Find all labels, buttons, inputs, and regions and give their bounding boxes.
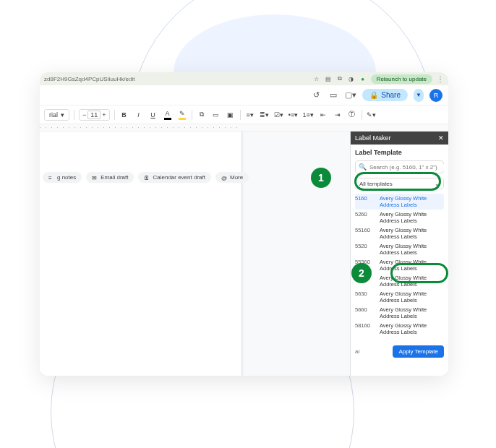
font-size-value[interactable]: 11 xyxy=(87,111,101,119)
checklist-icon[interactable]: ☑▾ xyxy=(274,109,284,121)
sidebar-titlebar: Label Maker ✕ xyxy=(351,132,448,145)
share-dropdown[interactable]: ▼ xyxy=(414,89,424,102)
chip-notes[interactable]: ≡g notes xyxy=(43,172,82,183)
link-icon[interactable]: ⧉ xyxy=(197,109,207,121)
image-icon[interactable]: ▣ xyxy=(226,109,236,121)
browser-chrome: zd8F2H9GsZqd4PCpUSIiuuHk/edit ☆ ▤ ⧉ ◑ ● … xyxy=(40,72,448,85)
template-name: Avery Glossy White Address Labels xyxy=(380,322,444,335)
template-code: 58160 xyxy=(355,322,375,329)
close-icon[interactable]: ✕ xyxy=(438,134,444,142)
font-name: rial xyxy=(49,111,58,119)
bulleted-list-icon[interactable]: •≡▾ xyxy=(288,109,299,121)
url-fragment: zd8F2H9GsZqd4PCpUSIiuuHk/edit xyxy=(44,76,309,82)
template-row[interactable]: 5160Avery Glossy White Address Labels xyxy=(355,194,444,210)
template-name: Avery Glossy White Address Labels xyxy=(380,195,444,208)
indent-increase-icon[interactable]: ⇥ xyxy=(333,109,343,121)
chip-label: Email draft xyxy=(101,174,128,181)
highlight-button[interactable]: ✎ xyxy=(177,109,187,121)
chip-label: More xyxy=(230,174,243,181)
template-row[interactable]: 55160Avery Glossy White Address Labels xyxy=(355,225,444,241)
separator xyxy=(192,110,192,120)
template-name: Avery Glossy White Address Labels xyxy=(380,275,444,288)
meet-icon[interactable]: ▢▾ xyxy=(345,90,356,101)
bold-button[interactable]: B xyxy=(119,109,129,121)
align-button[interactable]: ≡▾ xyxy=(245,109,255,121)
suggestion-chips: ≡g notes ✉Email draft 🗓Calendar event dr… xyxy=(40,172,249,183)
clear-format-icon[interactable]: Ⓣ xyxy=(347,109,357,121)
template-name: Avery Glossy White Address Labels xyxy=(380,211,444,224)
template-row[interactable]: 5660Avery Glossy White Address Labels xyxy=(355,305,444,321)
sidebar-title: Label Maker xyxy=(355,134,391,142)
shield-icon[interactable]: ◑ xyxy=(348,75,355,82)
lock-icon: 🔒 xyxy=(369,91,378,99)
template-code: 5260 xyxy=(355,211,375,217)
document-canvas[interactable]: ≡g notes ✉Email draft 🗓Calendar event dr… xyxy=(40,132,350,376)
dropdown-label: All templates xyxy=(359,181,393,187)
plus-button[interactable]: + xyxy=(102,111,106,119)
notes-icon: ≡ xyxy=(48,175,54,181)
annotation-badge-1: 1 xyxy=(311,168,331,188)
format-toolbar: rial ▾ − 11 + B I U A ✎ ⧉ ▭ ▣ ≡▾ ≣▾ ☑▾ •… xyxy=(40,105,448,124)
chip-calendar[interactable]: 🗓Calendar event draft xyxy=(138,172,211,183)
text-color-button[interactable]: A xyxy=(163,109,173,121)
editing-mode-icon[interactable]: ✎▾ xyxy=(367,109,377,121)
template-name: Avery Glossy White Address Labels xyxy=(380,306,444,319)
template-code: 5520 xyxy=(355,243,375,249)
template-code: 5630 xyxy=(355,290,375,297)
search-icon: 🔍 xyxy=(359,163,367,171)
section-label: Label Template xyxy=(355,149,444,156)
search-input[interactable] xyxy=(369,164,445,171)
template-row[interactable]: 58160Avery Glossy White Address Labels xyxy=(355,321,444,337)
page[interactable] xyxy=(40,132,242,376)
template-row[interactable]: 5260Avery Glossy White Address Labels xyxy=(355,210,444,225)
app-window: zd8F2H9GsZqd4PCpUSIiuuHk/edit ☆ ▤ ⧉ ◑ ● … xyxy=(40,72,448,376)
template-name: Avery Glossy White Address Labels xyxy=(380,259,444,272)
chip-label: Calendar event draft xyxy=(153,174,205,181)
font-select[interactable]: rial ▾ xyxy=(44,109,69,121)
extension-icon[interactable]: ⧉ xyxy=(336,75,343,82)
browser-menu-icon[interactable]: ⋮ xyxy=(437,75,444,83)
template-row[interactable]: 5630Avery Glossy White Address Labels xyxy=(355,289,444,305)
comment-icon[interactable]: ▭ xyxy=(211,109,221,121)
minus-button[interactable]: − xyxy=(82,111,86,119)
chevron-down-icon: ▾ xyxy=(61,111,64,119)
translate-icon[interactable]: ▤ xyxy=(325,75,332,82)
update-dot-icon: ● xyxy=(359,75,367,82)
underline-button[interactable]: U xyxy=(148,109,158,121)
template-code: 5660 xyxy=(355,306,375,313)
at-icon: @ xyxy=(221,175,227,181)
chip-more[interactable]: @More xyxy=(215,172,249,183)
star-icon[interactable]: ☆ xyxy=(313,75,320,82)
share-label: Share xyxy=(381,91,401,99)
template-row[interactable]: 5520Avery Glossy White Address Labels xyxy=(355,241,444,257)
chevron-down-icon: ⌄ xyxy=(435,181,440,187)
chip-label: g notes xyxy=(57,174,76,181)
cancel-text[interactable]: al xyxy=(355,348,359,355)
relaunch-button[interactable]: Relaunch to update xyxy=(371,74,432,84)
separator xyxy=(362,110,362,120)
comments-icon[interactable]: ▭ xyxy=(328,90,339,101)
numbered-list-icon[interactable]: 1≡▾ xyxy=(303,109,314,121)
templates-dropdown[interactable]: All templates ⌄ xyxy=(355,178,444,189)
apply-template-button[interactable]: Apply Template xyxy=(393,345,444,358)
separator xyxy=(74,110,74,120)
indent-decrease-icon[interactable]: ⇤ xyxy=(318,109,328,121)
labelmaker-sidebar: Label Maker ✕ Label Template 🔍 All templ… xyxy=(350,132,448,376)
template-code: 55160 xyxy=(355,227,375,233)
template-search[interactable]: 🔍 xyxy=(355,160,444,173)
font-size-control[interactable]: − 11 + xyxy=(79,109,110,121)
italic-button[interactable]: I xyxy=(134,109,144,121)
template-name: Avery Glossy White Address Labels xyxy=(380,290,444,303)
template-name: Avery Glossy White Address Labels xyxy=(380,243,444,256)
avatar[interactable]: R xyxy=(429,89,442,102)
share-button[interactable]: 🔒 Share xyxy=(362,89,408,101)
calendar-icon: 🗓 xyxy=(144,175,150,181)
docs-topbar: ↺ ▭ ▢▾ 🔒 Share ▼ R xyxy=(40,85,448,105)
ruler xyxy=(40,124,448,132)
line-spacing-button[interactable]: ≣▾ xyxy=(260,109,270,121)
template-name: Avery Glossy White Address Labels xyxy=(380,227,444,240)
history-icon[interactable]: ↺ xyxy=(310,90,322,101)
annotation-badge-2: 2 xyxy=(351,263,372,283)
chip-email[interactable]: ✉Email draft xyxy=(86,172,134,183)
separator xyxy=(240,110,241,120)
